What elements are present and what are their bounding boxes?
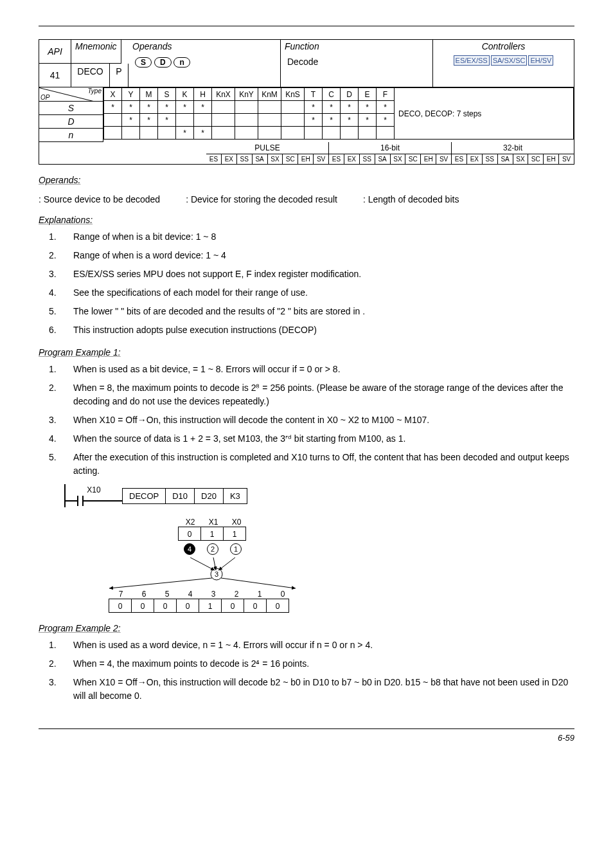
cell: * <box>140 101 158 114</box>
inst-op1: D10 <box>166 488 195 504</box>
pulse-row: PULSEESEXSSSASXSCEHSV16-bitESEXSSSASXSCE… <box>39 142 574 164</box>
pulse-label: PULSE <box>206 142 328 154</box>
type-grid-row: Type OP S D n XYMSKHKnXKnYKnMKnSTCDEFDEC… <box>39 87 574 142</box>
col-T: T <box>305 88 323 101</box>
col-F: F <box>377 88 395 101</box>
controllers-label: Controllers <box>433 40 574 53</box>
pulse-cell: ES <box>452 154 467 164</box>
list-item: 2.Range of when is a word device: 1 ~ 4 <box>49 249 574 262</box>
operands-cell: S D n <box>129 53 281 87</box>
pulse-cell: ES <box>206 154 222 164</box>
cell <box>305 127 323 140</box>
contact-label: X10 <box>87 485 100 494</box>
cell: * <box>104 101 122 114</box>
pe1-list: 1.When is used as a bit device, = 1 ~ 8.… <box>39 363 574 478</box>
cell: * <box>305 114 323 127</box>
cell <box>104 114 122 127</box>
cell: * <box>341 114 359 127</box>
pulse-cell: EH <box>298 154 314 164</box>
cell: * <box>140 114 158 127</box>
pulse-cell: SX <box>391 154 406 164</box>
explanations-label: Explanations: <box>39 215 574 225</box>
cell: * <box>341 101 359 114</box>
api-label: API <box>39 40 71 64</box>
operand-d: D <box>154 57 172 68</box>
cell <box>212 114 235 127</box>
pulse-cell: ES <box>329 154 344 164</box>
inst-op2: D20 <box>195 488 224 504</box>
cell <box>140 127 158 140</box>
pulse-cell: EX <box>344 154 360 164</box>
list-item: 1.When is used as a bit device, = 1 ~ 8.… <box>49 363 574 376</box>
ctrl-sa: SA/SX/SC <box>491 55 528 66</box>
pe1-label: Program Example 1: <box>39 347 574 357</box>
ctrl-eh: EH/SV <box>528 55 553 66</box>
cell: * <box>377 101 395 114</box>
cell <box>258 114 281 127</box>
operand-s-desc: : Source device to be decoded <box>39 194 160 204</box>
cell: * <box>377 114 395 127</box>
col-KnX: KnX <box>212 88 235 101</box>
row-s: S <box>39 102 103 115</box>
list-item: 3.ES/EX/SS series MPU does not support E… <box>49 267 574 281</box>
inst-decop: DECOP <box>122 488 166 504</box>
decode-diagram: X2 X1 X0 0 1 1 4 2 1 3 <box>109 518 574 613</box>
cell: * <box>323 114 341 127</box>
cell <box>122 127 140 140</box>
operands-label: Operands <box>129 40 281 53</box>
cell <box>158 127 176 140</box>
pulse-cell: SC <box>283 154 298 164</box>
cell <box>258 127 281 140</box>
col-K: K <box>176 88 194 101</box>
col-M: M <box>140 88 158 101</box>
operand-n-desc: : Length of decoded bits <box>363 194 459 204</box>
cell: * <box>323 101 341 114</box>
cell <box>235 101 258 114</box>
pulse-cell: SA <box>375 154 391 164</box>
pulse-cell: SA <box>253 154 268 164</box>
pulse-cell: SS <box>237 154 253 164</box>
col-KnS: KnS <box>281 88 305 101</box>
pulse-cell: SV <box>314 154 328 164</box>
device-table: XYMSKHKnXKnYKnMKnSTCDEFDECO, DECOP: 7 st… <box>103 87 574 140</box>
pulse-cell: SX <box>268 154 283 164</box>
pulse-cell: EX <box>467 154 483 164</box>
circ-4: 4 <box>184 543 195 555</box>
svg-line-2 <box>218 557 235 570</box>
cell <box>281 114 305 127</box>
instruction-header-box: API Mnemonic 41 DECO P Operands Function <box>39 39 574 165</box>
function-label: Function <box>281 40 432 53</box>
list-item: 3.When X10 = Off→On, this instruction wi… <box>49 676 574 703</box>
steps-cell: DECO, DECOP: 7 steps <box>395 88 574 140</box>
cell <box>281 101 305 114</box>
svg-line-0 <box>190 557 215 570</box>
operand-n: n <box>173 57 190 68</box>
row-d: D <box>39 115 103 129</box>
pe2-list: 1.When is used as a word device, n = 1 ~… <box>39 638 574 703</box>
svg-line-6 <box>221 578 296 588</box>
col-H: H <box>194 88 212 101</box>
page-footer: 6-59 <box>39 728 574 743</box>
cell <box>281 127 305 140</box>
col-KnM: KnM <box>258 88 281 101</box>
list-item: 4.See the specifications of each model f… <box>49 286 574 300</box>
pulse-cell: SV <box>436 154 451 164</box>
operand-d-desc: : Device for storing the decoded result <box>186 194 337 204</box>
api-number: 41 <box>39 64 71 87</box>
cell <box>212 127 235 140</box>
cell <box>104 127 122 140</box>
pulse-label: 16-bit <box>329 142 451 154</box>
list-item: 1.Range of when is a bit device: 1 ~ 8 <box>49 230 574 244</box>
pulse-cell: EH <box>544 154 559 164</box>
cell: * <box>158 114 176 127</box>
cell: * <box>176 127 194 140</box>
circ-1: 1 <box>230 543 242 555</box>
list-item: 6.This instruction adopts pulse executio… <box>49 323 574 337</box>
cell <box>341 127 359 140</box>
cell: * <box>122 114 140 127</box>
pe2-label: Program Example 2: <box>39 623 574 633</box>
inst-op3: K3 <box>224 488 247 504</box>
cell <box>359 127 377 140</box>
controllers-row: ES/EX/SS SA/SX/SC EH/SV <box>433 53 574 68</box>
cell <box>212 101 235 114</box>
